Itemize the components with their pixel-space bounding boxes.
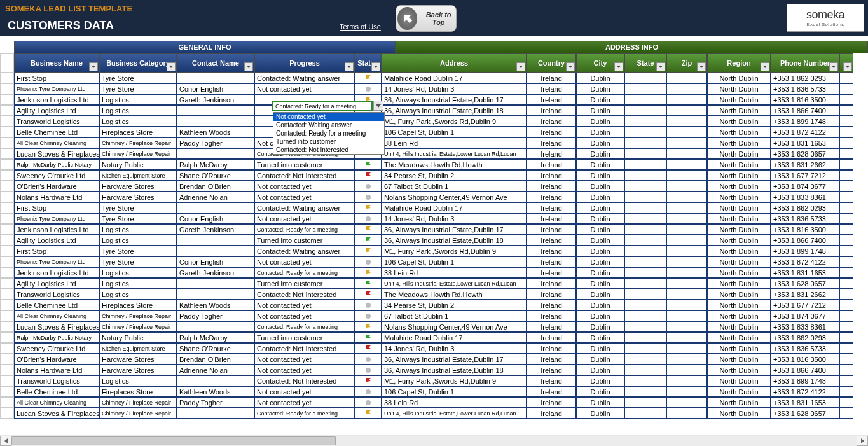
cell[interactable]: Notary Public: [99, 159, 177, 170]
filter-icon[interactable]: [244, 62, 253, 71]
cell[interactable]: +353 1 862 0293: [771, 332, 839, 343]
cell[interactable]: 36, Airways Industrial Estate,Dublin 18: [382, 105, 527, 116]
cell[interactable]: Contacted: Not Interested: [254, 375, 355, 386]
cell[interactable]: [624, 408, 666, 419]
cell[interactable]: [666, 94, 707, 105]
cell[interactable]: Dublin: [576, 386, 624, 397]
dropdown-caret-icon[interactable]: [373, 101, 383, 111]
cell[interactable]: [624, 365, 666, 375]
cell[interactable]: [666, 105, 707, 116]
cell[interactable]: Lucan Stoves & Fireplaces: [14, 321, 99, 332]
cell[interactable]: [0, 224, 14, 235]
cell[interactable]: [666, 235, 707, 246]
cell[interactable]: Conor English: [177, 256, 254, 267]
cell[interactable]: [666, 289, 707, 300]
cell[interactable]: +353 1 862 0293: [771, 202, 839, 213]
cell[interactable]: The Meadows,Howth Rd,Howth: [382, 159, 527, 170]
cell[interactable]: 38 Lein Rd: [382, 267, 527, 278]
cell[interactable]: [666, 397, 707, 408]
filter-icon[interactable]: [614, 62, 623, 71]
cell[interactable]: [0, 408, 14, 419]
filter-icon[interactable]: [345, 62, 354, 71]
cell[interactable]: North Dublin: [707, 83, 771, 94]
cell[interactable]: Paddy Togher: [177, 310, 254, 321]
cell[interactable]: Malahide Road,Dublin 17: [382, 202, 527, 213]
filter-icon[interactable]: [89, 62, 98, 71]
cell[interactable]: [624, 94, 666, 105]
cell[interactable]: Phoenix Tyre Company Ltd: [14, 83, 99, 94]
cell[interactable]: Agility Logistics Ltd: [14, 278, 99, 289]
cell[interactable]: [839, 127, 853, 137]
cell[interactable]: [839, 202, 853, 213]
back-to-top-button[interactable]: Back to Top: [396, 5, 457, 32]
cell[interactable]: Dublin: [576, 375, 624, 386]
col-status[interactable]: Status: [355, 53, 382, 73]
cell[interactable]: Chimney / Fireplace Repair: [99, 310, 177, 321]
cell[interactable]: [624, 127, 666, 137]
cell[interactable]: Ralph McDarby: [177, 332, 254, 343]
cell[interactable]: 106 Capel St, Dublin 1: [382, 127, 527, 137]
cell[interactable]: Chimney / Fireplace Repair: [99, 397, 177, 408]
cell[interactable]: [0, 256, 14, 267]
cell[interactable]: Not contacted yet: [254, 354, 355, 365]
cell[interactable]: Turned into customer: [254, 278, 355, 289]
cell[interactable]: [0, 94, 14, 105]
cell[interactable]: Unit 4, Hills Industrial Estate,Lower Lu…: [382, 278, 527, 289]
cell[interactable]: Paddy Togher: [177, 137, 254, 148]
cell[interactable]: [177, 408, 254, 419]
cell[interactable]: Logistics: [99, 116, 177, 127]
cell[interactable]: Ireland: [527, 321, 576, 332]
cell[interactable]: [624, 267, 666, 278]
cell[interactable]: North Dublin: [707, 213, 771, 224]
cell[interactable]: [355, 202, 382, 213]
cell[interactable]: Ireland: [527, 408, 576, 419]
cell[interactable]: Ireland: [527, 278, 576, 289]
cell[interactable]: Dublin: [576, 235, 624, 246]
cell[interactable]: [355, 278, 382, 289]
filter-icon[interactable]: [656, 62, 665, 71]
cell[interactable]: Ireland: [527, 137, 576, 148]
col-zip[interactable]: Zip: [666, 53, 707, 73]
cell[interactable]: Fireplaces Store: [99, 127, 177, 137]
cell[interactable]: Dublin: [576, 300, 624, 310]
cell[interactable]: [624, 332, 666, 343]
cell[interactable]: Ireland: [527, 127, 576, 137]
cell[interactable]: Dublin: [576, 321, 624, 332]
cell[interactable]: Contacted: Not Interested: [254, 289, 355, 300]
cell[interactable]: [839, 343, 853, 354]
cell[interactable]: [666, 116, 707, 127]
dropdown-option[interactable]: Contacted: Not Interested: [273, 146, 384, 154]
cell[interactable]: Tyre Store: [99, 256, 177, 267]
cell[interactable]: +353 1 862 0293: [771, 73, 839, 83]
cell[interactable]: [666, 159, 707, 170]
cell[interactable]: Gareth Jenkinson: [177, 94, 254, 105]
cell[interactable]: [624, 375, 666, 386]
cell[interactable]: Jenkinson Logistics Ltd: [14, 267, 99, 278]
cell[interactable]: Agility Logistics Ltd: [14, 105, 99, 116]
cell[interactable]: +353 1 816 3500: [771, 224, 839, 235]
cell[interactable]: 106 Capel St, Dublin 1: [382, 386, 527, 397]
cell[interactable]: [666, 365, 707, 375]
cell[interactable]: [624, 321, 666, 332]
cell[interactable]: Ireland: [527, 224, 576, 235]
cell[interactable]: 67 Talbot St,Dublin 1: [382, 181, 527, 192]
cell[interactable]: [355, 397, 382, 408]
cell[interactable]: [0, 202, 14, 213]
cell[interactable]: Dublin: [576, 202, 624, 213]
cell[interactable]: North Dublin: [707, 148, 771, 159]
cell[interactable]: [839, 170, 853, 181]
cell[interactable]: [355, 246, 382, 256]
cell[interactable]: [666, 213, 707, 224]
cell[interactable]: [666, 127, 707, 137]
col-address[interactable]: Address: [382, 53, 527, 73]
cell[interactable]: Kathleen Woods: [177, 386, 254, 397]
cell[interactable]: Tyre Store: [99, 246, 177, 256]
cell[interactable]: Dublin: [576, 310, 624, 321]
cell[interactable]: [624, 116, 666, 127]
cell[interactable]: [624, 386, 666, 397]
cell[interactable]: [624, 105, 666, 116]
cell[interactable]: Logistics: [99, 267, 177, 278]
cell[interactable]: [0, 375, 14, 386]
cell[interactable]: Dublin: [576, 105, 624, 116]
cell[interactable]: [839, 137, 853, 148]
